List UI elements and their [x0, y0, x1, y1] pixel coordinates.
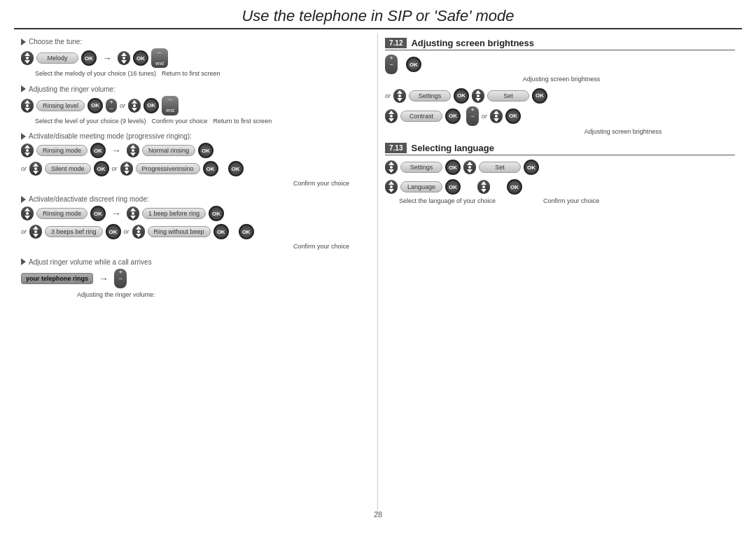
bullet-icon-5	[21, 258, 26, 265]
phone-rings-label: your telephone rings	[21, 273, 93, 284]
nav-dot	[125, 167, 128, 170]
nav-dot	[34, 230, 37, 233]
discreet-ring-section: Activate/deactivate discreet ring mode: …	[21, 195, 370, 251]
ok-btn-14[interactable]: OK	[239, 224, 254, 239]
or-label-5: or	[124, 228, 130, 235]
nav-dot	[398, 94, 401, 97]
page: Use the telephone in SIP or 'Safe' mode …	[0, 0, 756, 534]
down-arrow	[136, 234, 141, 237]
plus-minus-1: + −	[106, 99, 117, 113]
ok-btn-4[interactable]: OK	[144, 98, 159, 113]
ok-btn-20[interactable]: OK	[445, 160, 461, 175]
minus-sym: −	[109, 106, 113, 112]
nav-5	[21, 143, 34, 157]
up-arrow	[136, 226, 141, 230]
caption-lang-confirm: Confirm your choice	[543, 197, 599, 206]
up-arrow	[24, 145, 30, 148]
or-label-7: or	[482, 113, 487, 120]
set-pill-1: Set	[487, 90, 529, 101]
nav-dot	[390, 166, 393, 169]
nav-18	[463, 160, 476, 174]
melody-pill: Melody	[36, 52, 78, 64]
ok-btn-16[interactable]: OK	[454, 88, 469, 104]
minus-sym-4: −	[470, 113, 474, 120]
nav-14	[472, 89, 484, 103]
page-title: Use the telephone in SIP or 'Safe' mode	[14, 7, 742, 29]
down-arrow	[24, 60, 30, 64]
contrast-pill: Contrast	[400, 111, 442, 122]
settings-pill-2: Settings	[400, 162, 442, 173]
meeting-row-1: Rinsing mode OK → Normal rinsing OK	[21, 143, 370, 158]
ok-btn-13[interactable]: OK	[214, 224, 229, 239]
ok-btn-17[interactable]: OK	[532, 88, 547, 104]
nav-10	[127, 206, 139, 220]
ringer-arrives-label: Adjust ringer volume while a call arrive…	[21, 258, 370, 266]
down-arrow	[467, 169, 472, 173]
arrow-right-3: →	[111, 208, 121, 219]
ok-btn-7[interactable]: OK	[94, 161, 109, 176]
nav-3	[21, 99, 34, 113]
right-column: 7.12 Adjusting screen brightness + − OK …	[378, 34, 742, 513]
section-713-header: 7.13 Selecting language	[385, 143, 735, 155]
ringer-arrives-section: Adjust ringer volume while a call arrive…	[21, 258, 370, 300]
up-arrow	[24, 52, 30, 56]
nav-13	[393, 89, 406, 103]
nav-dot	[468, 166, 471, 169]
up-arrow	[130, 208, 136, 211]
nav-dot	[390, 115, 393, 118]
ok-btn-2[interactable]: OK	[133, 50, 148, 66]
down-arrow	[121, 60, 127, 64]
down-arrow	[481, 189, 486, 192]
ringer-vol-captions: Select the level of your choice (9 level…	[21, 118, 370, 126]
up-arrow	[467, 162, 472, 165]
up-arrow	[493, 111, 499, 114]
nav-dot	[133, 104, 136, 107]
ok-btn-18[interactable]: OK	[445, 108, 461, 124]
meeting-row-2: or Silent mode OK or Progressiverinsin	[21, 161, 370, 176]
down-arrow	[130, 153, 136, 156]
up-arrow	[481, 181, 486, 185]
page-number: 28	[374, 510, 382, 519]
down-arrow	[388, 118, 394, 122]
set-pill-2: Set	[479, 162, 521, 173]
caption-return: Return to first screen	[214, 118, 272, 126]
ok-btn-1[interactable]: OK	[81, 50, 97, 66]
lang-settings-row: Settings OK Set OK	[385, 160, 735, 175]
down-arrow	[397, 98, 402, 101]
ok-btn-12[interactable]: OK	[106, 224, 121, 239]
ok-btn-15[interactable]: OK	[406, 57, 421, 72]
discreet-ring-label: Activate/deactivate discreet ring mode:	[21, 195, 370, 203]
ok-btn-6[interactable]: OK	[198, 143, 214, 158]
three-beeps-pill: 3 beeps bef ring	[45, 226, 103, 237]
ok-btn-21[interactable]: OK	[524, 160, 539, 175]
ok-btn-22[interactable]: OK	[445, 179, 461, 195]
caption-ringer-vol: Adjusting the ringer volume:	[21, 291, 370, 300]
one-beep-pill: 1 beep before ring	[142, 208, 206, 219]
nav-7	[29, 162, 42, 176]
up-arrow	[388, 181, 394, 185]
nav-dot	[26, 149, 29, 152]
discreet-row-1: Rinsing mode OK → 1 beep before ring OK	[21, 206, 370, 221]
end-btn-2: ⌒ end	[162, 96, 178, 115]
brightness-settings-row: or Settings OK Set OK	[385, 88, 735, 104]
ok-btn-5[interactable]: OK	[90, 143, 106, 158]
ringing-level-pill: Rinsing level	[36, 100, 85, 111]
ringer-arrives-row: your telephone rings → + −	[21, 269, 370, 288]
section-712: 7.12 Adjusting screen brightness + − OK …	[385, 38, 735, 136]
ok-btn-23[interactable]: OK	[507, 179, 522, 195]
ok-btn-3[interactable]: OK	[88, 98, 103, 113]
ok-btn-19[interactable]: OK	[505, 108, 521, 124]
silent-mode-pill: Silent mode	[45, 163, 91, 174]
ringer-vol-row: Rinsing level OK + − or OK ⌒	[21, 96, 370, 115]
caption-melody: Select the melody of your choice (16 tun…	[35, 70, 156, 78]
ok-btn-10[interactable]: OK	[90, 206, 106, 221]
ok-btn-8[interactable]: OK	[203, 161, 218, 176]
section-712-num: 7.12	[385, 38, 407, 48]
tune-captions: Select the melody of your choice (16 tun…	[21, 70, 370, 78]
up-arrow	[33, 163, 38, 167]
ok-btn-9[interactable]: OK	[228, 161, 244, 176]
ok-btn-11[interactable]: OK	[209, 206, 224, 221]
section-713-title: Selecting language	[411, 143, 493, 153]
minus-sym-3: −	[389, 62, 393, 68]
caption-brightness-1: Adjusting screen brightness	[388, 76, 735, 84]
